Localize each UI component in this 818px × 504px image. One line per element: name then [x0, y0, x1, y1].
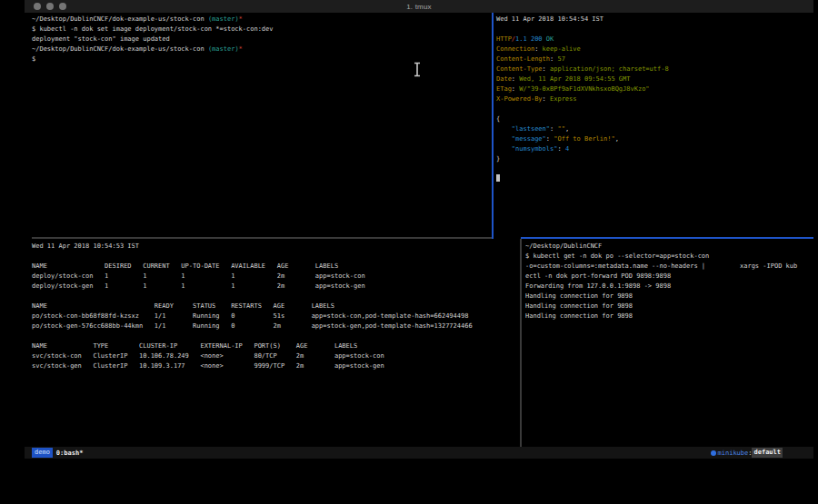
terminal-line: Wed 11 Apr 2018 10:54:54 IST [496, 15, 813, 25]
terminal-text-segment: Content-Length [496, 55, 550, 63]
terminal-text-segment: X-Powered-By [496, 95, 543, 103]
tmux-status-bar: demo 0:bash* minikube : default [25, 447, 813, 459]
pane-divider-vertical-active[interactable] [492, 13, 494, 239]
window-title: 1. tmux [406, 3, 432, 11]
kube-context-name: minikube [718, 450, 749, 457]
pane-divider-horizontal-active[interactable] [521, 237, 813, 239]
terminal-text-segment: 1.1 200 [515, 35, 546, 43]
terminal-text-segment: Handling connection for 9898 [525, 312, 633, 320]
terminal-text-segment: : [546, 135, 554, 143]
close-button[interactable] [34, 3, 41, 10]
terminal-text-segment: po/stock-con-bb68f88fd-kzsxz 1/1 Running… [32, 312, 468, 320]
terminal-line [32, 252, 518, 262]
terminal-line [496, 25, 813, 35]
terminal-text-segment: po/stock-gen-576cc688bb-44kmn 1/1 Runnin… [32, 322, 473, 330]
pane-top-right-http-response[interactable]: Wed 11 Apr 2018 10:54:54 IST HTTP/1.1 20… [496, 15, 813, 236]
terminal-line: ~/Desktop/DublinCNCF/dok-example-us/stoc… [32, 44, 491, 54]
session-name-badge: demo [32, 448, 53, 458]
terminal-line: po/stock-con-bb68f88fd-kzsxz 1/1 Running… [32, 311, 518, 321]
zoom-button[interactable] [59, 3, 66, 10]
terminal-line: svc/stock-gen ClusterIP 10.109.3.177 <no… [32, 361, 518, 371]
mouse-cursor-ibeam [413, 62, 422, 77]
terminal-text-segment: * [239, 45, 243, 53]
terminal-line: Date: Wed, 11 Apr 2018 09:54:55 GMT [496, 74, 813, 84]
terminal-line: { [496, 114, 813, 124]
terminal-text-segment: "Off to Berlin!" [554, 135, 614, 143]
terminal-line: "message": "Off to Berlin!", [496, 134, 813, 144]
terminal-text-segment: deployment "stock-con" image updated [32, 35, 170, 43]
terminal-line [496, 174, 813, 184]
terminal-line: Handling connection for 9898 [525, 292, 812, 301]
terminal-text-segment [496, 145, 512, 153]
terminal-text-segment: { [496, 115, 500, 123]
terminal-line: "lastseen": "", [496, 124, 813, 134]
terminal-text-segment: application/json; charset=utf-8 [550, 65, 669, 73]
pane-top-left-shell[interactable]: ~/Desktop/DublinCNCF/dok-example-us/stoc… [32, 15, 491, 236]
terminal-cursor [496, 174, 500, 182]
terminal-line: Content-Type: application/json; charset=… [496, 64, 813, 74]
terminal-line: deployment "stock-con" image updated [32, 35, 491, 44]
terminal-text-segment: Wed, 11 Apr 2018 09:54:55 GMT [519, 75, 630, 83]
terminal-line: $ kubectl get -n dok po --selector=app=s… [525, 252, 812, 262]
terminal-text-segment: , [565, 125, 569, 133]
terminal-text-segment: NAME TYPE CLUSTER-IP EXTERNAL-IP PORT(S)… [32, 342, 357, 350]
terminal-text-segment: ~/Desktop/DublinCNCF/dok-example-us/stoc… [32, 45, 208, 53]
terminal-text-segment: Connection [496, 45, 534, 53]
terminal-text-segment: 4 [565, 145, 569, 153]
terminal-text-segment: Content-Type [496, 65, 543, 73]
terminal-text-segment: Express [550, 95, 577, 103]
terminal-text-segment [496, 125, 512, 133]
terminal-line: ~/Desktop/DublinCNCF [525, 242, 812, 252]
terminal-line: ETag: W/"39-0xBPf9aF1dXVNkhsxoBQgJ8vKzo" [496, 84, 813, 94]
terminal-text-segment: $ kubectl get -n dok po --selector=app=s… [525, 252, 709, 260]
terminal-line: deploy/stock-con 1 1 1 1 2m app=stock-co… [32, 272, 518, 282]
status-right: minikube : default [711, 448, 783, 458]
terminal-line: Handling connection for 9898 [525, 301, 812, 311]
window-list-item[interactable]: 0:bash* [56, 450, 84, 457]
terminal-text-segment: Date [496, 75, 512, 83]
terminal-text-segment: "" [557, 125, 564, 133]
terminal-text-segment: Wed 11 Apr 2018 10:54:53 IST [32, 242, 139, 250]
terminal-text-segment: ectl -n dok port-forward POD 9898:9898 [525, 272, 671, 280]
terminal-text-segment: : [534, 45, 542, 53]
terminal-line: X-Powered-By: Express [496, 94, 813, 104]
terminal-text-segment: : [557, 145, 564, 153]
terminal-line [32, 292, 518, 301]
terminal-line: } [496, 154, 813, 164]
pane-bottom-right-port-forward[interactable]: ~/Desktop/DublinCNCF$ kubectl get -n dok… [525, 242, 812, 445]
terminal-line: svc/stock-con ClusterIP 10.106.78.249 <n… [32, 351, 518, 361]
terminal-text-segment: "message" [512, 135, 546, 143]
terminal-text-segment: Wed 11 Apr 2018 10:54:54 IST [496, 15, 604, 23]
terminal-text-segment: ~/Desktop/DublinCNCF [525, 242, 602, 250]
terminal-text-segment: deploy/stock-con 1 1 1 1 2m app=stock-co… [32, 272, 365, 280]
terminal-line: "numsymbols": 4 [496, 144, 813, 154]
terminal-line: NAME TYPE CLUSTER-IP EXTERNAL-IP PORT(S)… [32, 341, 518, 351]
terminal-text-segment: } [496, 155, 500, 163]
terminal-text-segment: $ kubectl -n dok set image deployment/st… [32, 25, 274, 33]
terminal-text-segment: svc/stock-con ClusterIP 10.106.78.249 <n… [32, 352, 384, 360]
terminal-text-segment: W/"39-0xBPf9aF1dXVNkhsxoBQgJ8vKzo" [519, 85, 649, 93]
terminal-text-segment: keep-alive [543, 45, 581, 53]
desktop: 1. tmux ~/Desktop/DublinCNCF/dok-example… [0, 0, 818, 504]
pane-bottom-left-kubectl-get[interactable]: Wed 11 Apr 2018 10:54:53 IST NAME DESIRE… [32, 242, 518, 445]
minimize-button[interactable] [46, 3, 54, 10]
terminal-text-segment: Handling connection for 9898 [525, 292, 633, 300]
terminal-line: ectl -n dok port-forward POD 9898:9898 [525, 272, 812, 282]
terminal-text-segment: 57 [557, 55, 564, 63]
terminal-text-segment: (master) [208, 45, 239, 53]
terminal-text-segment: * [239, 15, 243, 23]
kube-namespace-name: default [752, 448, 783, 458]
terminal-line: HTTP/1.1 200 OK [496, 35, 813, 44]
terminal-text-segment: svc/stock-gen ClusterIP 10.109.3.177 <no… [32, 362, 384, 370]
terminal-text-segment: ~/Desktop/DublinCNCF/dok-example-us/stoc… [32, 15, 208, 23]
terminal-line: Wed 11 Apr 2018 10:54:53 IST [32, 242, 518, 252]
pane-divider-vertical[interactable] [520, 239, 522, 447]
terminal-line [496, 164, 813, 174]
terminal-line: Handling connection for 9898 [525, 311, 812, 321]
terminal-text-segment: NAME READY STATUS RESTARTS AGE LABELS [32, 302, 334, 310]
terminal-text-segment: -o=custom-columns=:metadata.name --no-he… [525, 262, 797, 270]
terminal-text-segment: : [543, 95, 550, 103]
terminal-line: ~/Desktop/DublinCNCF/dok-example-us/stoc… [32, 15, 491, 25]
terminal-text-segment [496, 135, 512, 143]
pane-divider-horizontal[interactable] [32, 237, 492, 239]
